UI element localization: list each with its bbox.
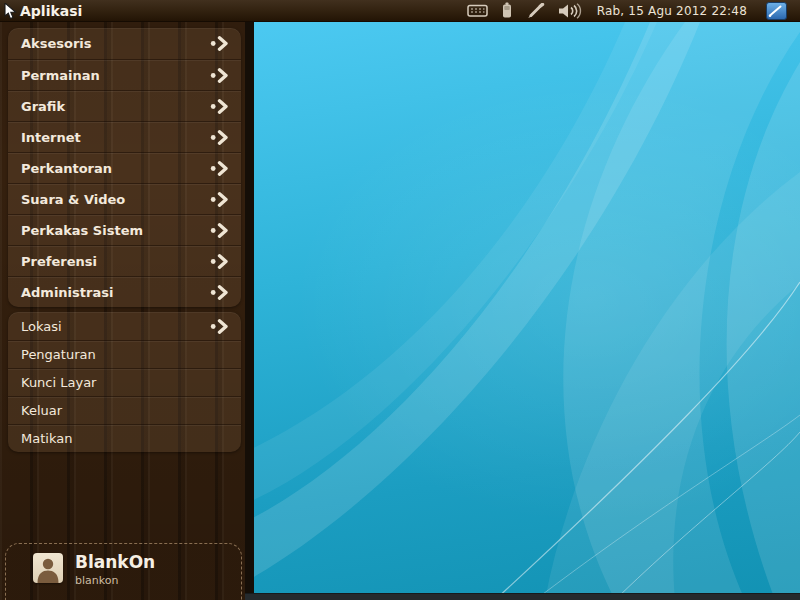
keyboard-indicator-icon[interactable] xyxy=(467,3,488,18)
menu-item-preferensi[interactable]: Preferensi xyxy=(8,245,241,276)
menu-item-label: Keluar xyxy=(21,403,62,418)
volume-icon[interactable] xyxy=(558,3,582,19)
user-display-name: BlankOn xyxy=(75,553,155,572)
submenu-arrow-icon xyxy=(210,223,231,238)
stylus-icon[interactable] xyxy=(526,3,545,19)
submenu-arrow-icon xyxy=(210,161,231,176)
applications-menu-button[interactable]: Aplikasi xyxy=(0,0,92,22)
menu-item-label: Pengaturan xyxy=(21,347,96,362)
menu-item-internet[interactable]: Internet xyxy=(8,121,241,152)
menu-item-label: Administrasi xyxy=(21,285,113,300)
menu-system-list: Lokasi Pengaturan Kunci Layar Keluar Mat… xyxy=(8,312,241,452)
wallpaper-curves-graphic xyxy=(245,22,800,600)
top-panel-bar: Aplikasi xyxy=(0,0,800,22)
menu-category-list: Aksesoris Permainan Grafik Internet Perk… xyxy=(8,28,241,307)
menu-item-matikan[interactable]: Matikan xyxy=(8,424,241,452)
submenu-arrow-icon xyxy=(210,319,231,334)
menu-item-label: Grafik xyxy=(21,99,65,114)
user-card[interactable]: BlankOn blankon xyxy=(5,543,242,600)
menu-item-label: Kunci Layar xyxy=(21,375,96,390)
menu-category-group: Aksesoris Permainan Grafik Internet Perk… xyxy=(8,28,241,307)
submenu-arrow-icon xyxy=(210,36,231,51)
menu-item-label: Permainan xyxy=(21,68,100,83)
applications-menu-panel: Aksesoris Permainan Grafik Internet Perk… xyxy=(0,22,245,600)
battery-icon[interactable] xyxy=(501,2,513,19)
menu-item-label: Preferensi xyxy=(21,254,97,269)
bottom-edge-strip xyxy=(245,593,800,600)
user-texts: BlankOn blankon xyxy=(75,553,155,587)
menu-item-aksesoris[interactable]: Aksesoris xyxy=(8,28,241,59)
menu-panel-edge-shadow xyxy=(245,22,254,600)
menu-item-label: Suara & Video xyxy=(21,192,125,207)
submenu-arrow-icon xyxy=(210,68,231,83)
applications-menu-label: Aplikasi xyxy=(20,3,82,19)
user-login-name: blankon xyxy=(75,574,155,587)
menu-item-label: Matikan xyxy=(21,431,72,446)
menu-item-administrasi[interactable]: Administrasi xyxy=(8,276,241,307)
menu-item-perkantoran[interactable]: Perkantoran xyxy=(8,152,241,183)
submenu-arrow-icon xyxy=(210,254,231,269)
submenu-arrow-icon xyxy=(210,285,231,300)
menu-item-lokasi[interactable]: Lokasi xyxy=(8,312,241,340)
submenu-arrow-icon xyxy=(210,99,231,114)
notes-applet-icon[interactable] xyxy=(766,2,787,20)
menu-item-label: Perkantoran xyxy=(21,161,112,176)
menu-item-label: Perkakas Sistem xyxy=(21,223,143,238)
menu-item-label: Lokasi xyxy=(21,319,62,334)
menu-item-perkakas-sistem[interactable]: Perkakas Sistem xyxy=(8,214,241,245)
menu-item-pengaturan[interactable]: Pengaturan xyxy=(8,340,241,368)
menu-item-label: Internet xyxy=(21,130,81,145)
clock[interactable]: Rab, 15 Agu 2012 22:48 xyxy=(597,4,747,18)
menu-item-suara-video[interactable]: Suara & Video xyxy=(8,183,241,214)
user-avatar xyxy=(33,553,63,583)
menu-item-kunci-layar[interactable]: Kunci Layar xyxy=(8,368,241,396)
menu-item-permainan[interactable]: Permainan xyxy=(8,59,241,90)
system-tray: Rab, 15 Agu 2012 22:48 xyxy=(467,0,800,22)
submenu-arrow-icon xyxy=(210,192,231,207)
desktop-wallpaper[interactable] xyxy=(245,22,800,600)
menu-item-grafik[interactable]: Grafik xyxy=(8,90,241,121)
mouse-cursor-icon xyxy=(4,3,18,20)
menu-item-keluar[interactable]: Keluar xyxy=(8,396,241,424)
menu-item-label: Aksesoris xyxy=(21,36,92,51)
desktop-screen: Aplikasi xyxy=(0,0,800,600)
submenu-arrow-icon xyxy=(210,130,231,145)
menu-system-group: Lokasi Pengaturan Kunci Layar Keluar Mat… xyxy=(8,312,241,452)
